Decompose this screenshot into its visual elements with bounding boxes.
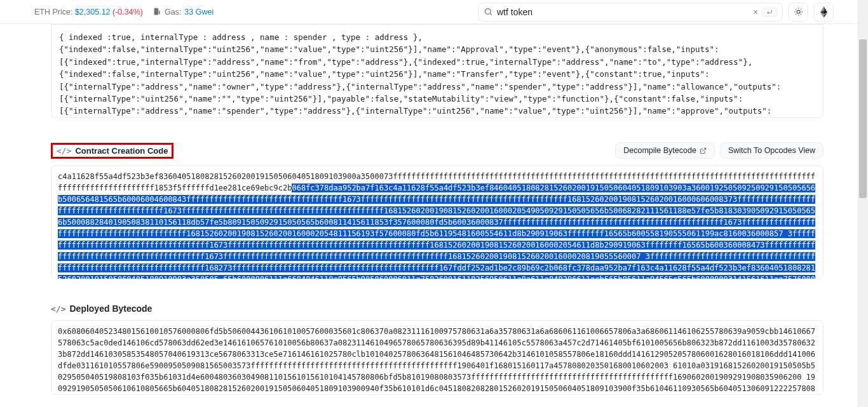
clear-icon[interactable]: [752, 8, 759, 16]
gas-pump-icon: [153, 8, 161, 16]
gas-value-link[interactable]: 33 Gwei: [184, 8, 214, 17]
creation-code-selected: 068fc378daa952ba7f163c4a11628f55a4df523b…: [58, 183, 815, 279]
svg-line-8: [801, 14, 801, 15]
svg-point-0: [485, 9, 491, 15]
switch-opcodes-button[interactable]: Switch To Opcodes View: [720, 142, 824, 159]
external-link-icon: [700, 147, 707, 154]
deployed-bytecode-section: </> Deployed Bytecode 0x6080604052348015…: [51, 304, 824, 395]
highlighted-section-title: </> Contract Creation Code: [51, 143, 173, 159]
gas-info: Gas: 33 Gwei: [153, 8, 214, 17]
svg-line-11: [796, 14, 796, 15]
search-box[interactable]: [478, 3, 783, 22]
eth-price-change: (-0.34%): [112, 8, 143, 17]
abi-text: { indexed :true, internalType : address …: [59, 32, 781, 118]
svg-line-13: [702, 148, 705, 151]
opcodes-label: Switch To Opcodes View: [728, 146, 815, 155]
svg-line-7: [796, 9, 796, 10]
decompile-bytecode-button[interactable]: Decompile Bytecode: [615, 142, 715, 159]
creation-code-title: Contract Creation Code: [75, 146, 168, 156]
ethereum-logo-button[interactable]: [813, 3, 834, 22]
theme-toggle-button[interactable]: [788, 3, 808, 22]
eth-price-value[interactable]: $2,305.12: [75, 8, 111, 17]
page-scrollbar-thumb[interactable]: [859, 39, 867, 198]
page-scrollbar-track[interactable]: [858, 0, 868, 407]
eth-price-label: ETH Price:: [34, 8, 72, 17]
slash-shortcut-icon: [762, 8, 777, 17]
decompile-label: Decompile Bytecode: [623, 146, 696, 155]
creation-code-box[interactable]: c4a11628f55a4df523b3ef836040518082815260…: [51, 165, 824, 279]
contract-abi-box[interactable]: { indexed :true, internalType : address …: [51, 24, 824, 118]
gas-label: Gas:: [165, 8, 181, 17]
top-bar: ETH Price: $2,305.12 (-0.34%) Gas: 33 Gw…: [0, 0, 868, 24]
contract-creation-section: </> Contract Creation Code Decompile Byt…: [51, 142, 824, 279]
deployed-bytecode-title: Deployed Bytecode: [69, 304, 152, 314]
svg-point-4: [797, 10, 800, 13]
code-angle-icon: </>: [51, 304, 65, 314]
svg-line-12: [801, 9, 801, 10]
svg-line-1: [490, 13, 492, 15]
search-icon: [484, 7, 493, 17]
eth-price: ETH Price: $2,305.12 (-0.34%): [34, 8, 143, 17]
deployed-bytecode-box[interactable]: 0x6080604052348015610010576000806fd5b506…: [51, 320, 824, 395]
deployed-bytecode-text: 0x6080604052348015610010576000806fd5b506…: [58, 327, 815, 395]
search-input[interactable]: [497, 7, 749, 17]
code-angle-icon: </>: [57, 146, 71, 156]
